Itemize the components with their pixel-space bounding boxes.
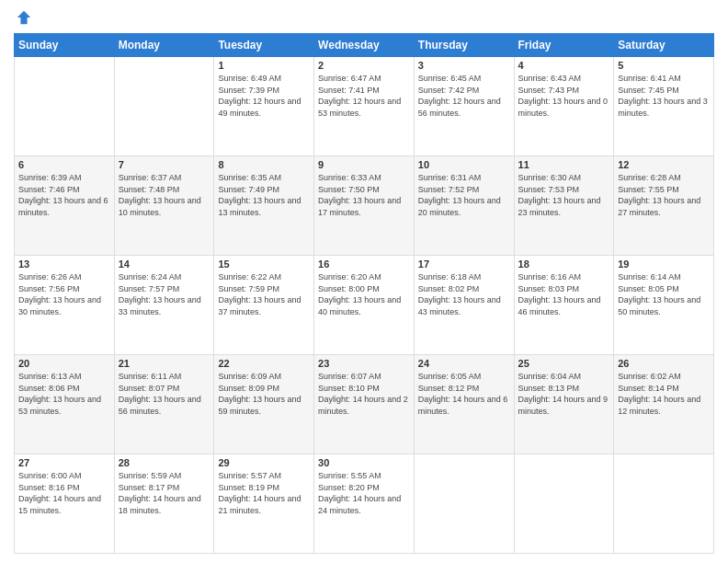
day-info: Sunrise: 6:07 AMSunset: 8:10 PMDaylight:… [318, 371, 410, 417]
calendar-cell: 26Sunrise: 6:02 AMSunset: 8:14 PMDayligh… [614, 355, 714, 454]
calendar-cell: 3Sunrise: 6:45 AMSunset: 7:42 PMDaylight… [414, 57, 514, 156]
day-info: Sunrise: 6:26 AMSunset: 7:56 PMDaylight:… [18, 271, 110, 317]
logo-icon [16, 9, 32, 26]
weekday-header-thursday: Thursday [414, 34, 514, 57]
day-info: Sunrise: 6:35 AMSunset: 7:49 PMDaylight:… [218, 172, 310, 218]
day-info: Sunrise: 6:22 AMSunset: 7:59 PMDaylight:… [218, 271, 310, 317]
weekday-header-friday: Friday [514, 34, 614, 57]
day-number: 26 [618, 358, 710, 369]
weekday-header-row: SundayMondayTuesdayWednesdayThursdayFrid… [15, 34, 714, 57]
calendar-cell: 4Sunrise: 6:43 AMSunset: 7:43 PMDaylight… [514, 57, 614, 156]
day-number: 21 [119, 358, 210, 369]
calendar-cell: 20Sunrise: 6:13 AMSunset: 8:06 PMDayligh… [15, 355, 115, 454]
day-number: 9 [318, 159, 410, 170]
day-info: Sunrise: 6:43 AMSunset: 7:43 PMDaylight:… [518, 73, 610, 119]
calendar-cell: 23Sunrise: 6:07 AMSunset: 8:10 PMDayligh… [314, 355, 415, 454]
calendar-cell: 29Sunrise: 5:57 AMSunset: 8:19 PMDayligh… [214, 454, 314, 554]
day-number: 8 [218, 159, 310, 170]
header [14, 9, 714, 26]
calendar-cell: 17Sunrise: 6:18 AMSunset: 8:02 PMDayligh… [414, 256, 514, 355]
day-info: Sunrise: 6:11 AMSunset: 8:07 PMDaylight:… [119, 371, 210, 417]
day-info: Sunrise: 5:55 AMSunset: 8:20 PMDaylight:… [318, 470, 410, 516]
day-info: Sunrise: 6:47 AMSunset: 7:41 PMDaylight:… [318, 73, 410, 119]
calendar-table: SundayMondayTuesdayWednesdayThursdayFrid… [14, 33, 714, 554]
weekday-header-sunday: Sunday [15, 34, 115, 57]
day-info: Sunrise: 6:13 AMSunset: 8:06 PMDaylight:… [18, 371, 110, 417]
calendar-cell: 18Sunrise: 6:16 AMSunset: 8:03 PMDayligh… [514, 256, 614, 355]
calendar-cell: 21Sunrise: 6:11 AMSunset: 8:07 PMDayligh… [114, 355, 214, 454]
calendar-cell [114, 57, 214, 156]
day-info: Sunrise: 5:59 AMSunset: 8:17 PMDaylight:… [119, 470, 210, 516]
day-info: Sunrise: 6:24 AMSunset: 7:57 PMDaylight:… [119, 271, 210, 317]
day-info: Sunrise: 6:18 AMSunset: 8:02 PMDaylight:… [418, 271, 510, 317]
calendar-cell: 24Sunrise: 6:05 AMSunset: 8:12 PMDayligh… [414, 355, 514, 454]
day-info: Sunrise: 6:30 AMSunset: 7:53 PMDaylight:… [518, 172, 610, 218]
day-info: Sunrise: 6:05 AMSunset: 8:12 PMDaylight:… [418, 371, 510, 417]
day-number: 15 [218, 259, 310, 270]
calendar-cell: 7Sunrise: 6:37 AMSunset: 7:48 PMDaylight… [114, 156, 214, 256]
day-info: Sunrise: 6:37 AMSunset: 7:48 PMDaylight:… [119, 172, 210, 218]
calendar-cell: 8Sunrise: 6:35 AMSunset: 7:49 PMDaylight… [214, 156, 314, 256]
day-number: 18 [518, 259, 610, 270]
calendar-cell [614, 454, 714, 554]
weekday-header-saturday: Saturday [614, 34, 714, 57]
day-number: 22 [218, 358, 310, 369]
calendar-cell: 1Sunrise: 6:49 AMSunset: 7:39 PMDaylight… [214, 57, 314, 156]
day-info: Sunrise: 6:20 AMSunset: 8:00 PMDaylight:… [318, 271, 410, 317]
day-info: Sunrise: 6:33 AMSunset: 7:50 PMDaylight:… [318, 172, 410, 218]
weekday-header-monday: Monday [114, 34, 214, 57]
day-number: 1 [218, 60, 310, 71]
calendar-cell: 28Sunrise: 5:59 AMSunset: 8:17 PMDayligh… [114, 454, 214, 554]
day-info: Sunrise: 6:04 AMSunset: 8:13 PMDaylight:… [518, 371, 610, 417]
week-row-5: 27Sunrise: 6:00 AMSunset: 8:16 PMDayligh… [15, 454, 714, 554]
day-info: Sunrise: 6:41 AMSunset: 7:45 PMDaylight:… [618, 73, 710, 119]
calendar-cell: 11Sunrise: 6:30 AMSunset: 7:53 PMDayligh… [514, 156, 614, 256]
day-number: 6 [18, 159, 110, 170]
day-number: 3 [418, 60, 510, 71]
day-info: Sunrise: 6:02 AMSunset: 8:14 PMDaylight:… [618, 371, 710, 417]
day-number: 4 [518, 60, 610, 71]
calendar-cell [15, 57, 115, 156]
day-number: 19 [618, 259, 710, 270]
weekday-header-tuesday: Tuesday [214, 34, 314, 57]
page: SundayMondayTuesdayWednesdayThursdayFrid… [0, 0, 728, 563]
day-number: 5 [618, 60, 710, 71]
calendar-cell: 10Sunrise: 6:31 AMSunset: 7:52 PMDayligh… [414, 156, 514, 256]
svg-marker-0 [17, 11, 30, 24]
calendar-cell: 2Sunrise: 6:47 AMSunset: 7:41 PMDaylight… [314, 57, 415, 156]
day-info: Sunrise: 6:45 AMSunset: 7:42 PMDaylight:… [418, 73, 510, 119]
day-number: 2 [318, 60, 410, 71]
calendar-cell: 30Sunrise: 5:55 AMSunset: 8:20 PMDayligh… [314, 454, 415, 554]
calendar-cell: 27Sunrise: 6:00 AMSunset: 8:16 PMDayligh… [15, 454, 115, 554]
day-number: 10 [418, 159, 510, 170]
day-info: Sunrise: 6:28 AMSunset: 7:55 PMDaylight:… [618, 172, 710, 218]
calendar-cell: 9Sunrise: 6:33 AMSunset: 7:50 PMDaylight… [314, 156, 415, 256]
day-info: Sunrise: 6:16 AMSunset: 8:03 PMDaylight:… [518, 271, 610, 317]
day-number: 30 [318, 457, 410, 468]
calendar-cell: 14Sunrise: 6:24 AMSunset: 7:57 PMDayligh… [114, 256, 214, 355]
week-row-2: 6Sunrise: 6:39 AMSunset: 7:46 PMDaylight… [15, 156, 714, 256]
day-number: 11 [518, 159, 610, 170]
day-info: Sunrise: 5:57 AMSunset: 8:19 PMDaylight:… [218, 470, 310, 516]
calendar-cell: 22Sunrise: 6:09 AMSunset: 8:09 PMDayligh… [214, 355, 314, 454]
calendar-cell: 5Sunrise: 6:41 AMSunset: 7:45 PMDaylight… [614, 57, 714, 156]
calendar-cell: 6Sunrise: 6:39 AMSunset: 7:46 PMDaylight… [15, 156, 115, 256]
weekday-header-wednesday: Wednesday [314, 34, 415, 57]
day-number: 23 [318, 358, 410, 369]
day-number: 28 [119, 457, 210, 468]
week-row-3: 13Sunrise: 6:26 AMSunset: 7:56 PMDayligh… [15, 256, 714, 355]
day-info: Sunrise: 6:49 AMSunset: 7:39 PMDaylight:… [218, 73, 310, 119]
day-info: Sunrise: 6:31 AMSunset: 7:52 PMDaylight:… [418, 172, 510, 218]
day-number: 27 [18, 457, 110, 468]
day-info: Sunrise: 6:09 AMSunset: 8:09 PMDaylight:… [218, 371, 310, 417]
calendar-cell: 16Sunrise: 6:20 AMSunset: 8:00 PMDayligh… [314, 256, 415, 355]
day-number: 7 [119, 159, 210, 170]
day-number: 14 [119, 259, 210, 270]
day-number: 20 [18, 358, 110, 369]
day-number: 13 [18, 259, 110, 270]
day-number: 17 [418, 259, 510, 270]
calendar-cell: 12Sunrise: 6:28 AMSunset: 7:55 PMDayligh… [614, 156, 714, 256]
day-number: 12 [618, 159, 710, 170]
day-info: Sunrise: 6:00 AMSunset: 8:16 PMDaylight:… [18, 470, 110, 516]
day-number: 25 [518, 358, 610, 369]
